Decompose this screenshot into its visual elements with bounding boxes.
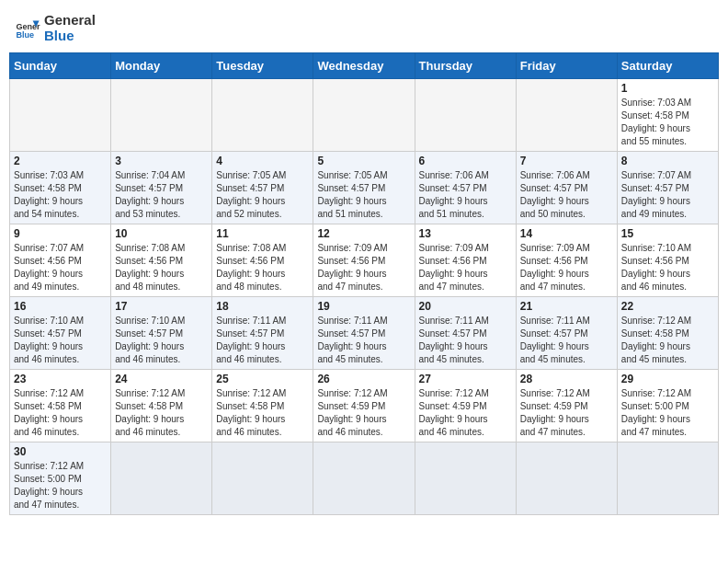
weekday-header-thursday: Thursday [415, 53, 516, 79]
day-sun-info: Sunrise: 7:10 AM Sunset: 4:57 PM Dayligh… [14, 315, 107, 366]
day-number: 13 [419, 227, 512, 240]
day-number: 15 [621, 227, 714, 240]
day-number: 3 [115, 155, 208, 167]
day-sun-info: Sunrise: 7:10 AM Sunset: 4:56 PM Dayligh… [621, 242, 714, 293]
calendar-cell: 5Sunrise: 7:05 AM Sunset: 4:57 PM Daylig… [313, 152, 415, 224]
calendar-cell: 16Sunrise: 7:10 AM Sunset: 4:57 PM Dayli… [10, 297, 111, 370]
calendar-cell: 11Sunrise: 7:08 AM Sunset: 4:56 PM Dayli… [212, 224, 313, 297]
calendar-week-row: 2Sunrise: 7:03 AM Sunset: 4:58 PM Daylig… [10, 152, 719, 224]
day-number: 26 [317, 373, 410, 385]
day-number: 30 [14, 445, 107, 458]
weekday-header-tuesday: Tuesday [212, 53, 313, 79]
calendar-cell: 13Sunrise: 7:09 AM Sunset: 4:56 PM Dayli… [415, 224, 516, 297]
day-sun-info: Sunrise: 7:12 AM Sunset: 4:58 PM Dayligh… [115, 387, 208, 439]
day-sun-info: Sunrise: 7:11 AM Sunset: 4:57 PM Dayligh… [419, 315, 512, 366]
day-number: 2 [14, 155, 107, 167]
calendar-cell [313, 442, 415, 515]
day-number: 17 [115, 300, 208, 313]
day-sun-info: Sunrise: 7:12 AM Sunset: 4:59 PM Dayligh… [317, 387, 410, 439]
day-number: 16 [14, 300, 107, 313]
weekday-header-saturday: Saturday [617, 53, 718, 79]
day-number: 1 [621, 82, 714, 95]
calendar-cell: 21Sunrise: 7:11 AM Sunset: 4:57 PM Dayli… [516, 297, 617, 370]
calendar-cell: 23Sunrise: 7:12 AM Sunset: 4:58 PM Dayli… [10, 370, 111, 442]
day-sun-info: Sunrise: 7:03 AM Sunset: 4:58 PM Dayligh… [621, 97, 714, 148]
day-number: 10 [115, 227, 208, 240]
calendar-cell: 1Sunrise: 7:03 AM Sunset: 4:58 PM Daylig… [617, 79, 718, 152]
weekday-header-wednesday: Wednesday [313, 53, 415, 79]
day-sun-info: Sunrise: 7:06 AM Sunset: 4:57 PM Dayligh… [520, 169, 613, 221]
header: General Blue General Blue [9, 9, 719, 47]
weekday-header-sunday: Sunday [10, 53, 111, 79]
calendar-cell [212, 442, 313, 515]
calendar-cell [516, 442, 617, 515]
day-sun-info: Sunrise: 7:03 AM Sunset: 4:58 PM Dayligh… [14, 169, 107, 221]
calendar-cell [415, 79, 516, 152]
day-number: 24 [115, 373, 208, 385]
logo: General Blue General Blue [15, 13, 96, 43]
calendar-cell [111, 79, 212, 152]
day-sun-info: Sunrise: 7:08 AM Sunset: 4:56 PM Dayligh… [115, 242, 208, 293]
calendar-cell: 2Sunrise: 7:03 AM Sunset: 4:58 PM Daylig… [10, 152, 111, 224]
day-number: 9 [14, 227, 107, 240]
day-number: 23 [14, 373, 107, 385]
calendar-table: SundayMondayTuesdayWednesdayThursdayFrid… [9, 52, 719, 515]
day-number: 29 [621, 373, 714, 385]
day-sun-info: Sunrise: 7:10 AM Sunset: 4:57 PM Dayligh… [115, 315, 208, 366]
weekday-header-monday: Monday [111, 53, 212, 79]
calendar-cell [111, 442, 212, 515]
calendar-cell: 14Sunrise: 7:09 AM Sunset: 4:56 PM Dayli… [516, 224, 617, 297]
day-sun-info: Sunrise: 7:07 AM Sunset: 4:57 PM Dayligh… [621, 169, 714, 221]
calendar-cell: 17Sunrise: 7:10 AM Sunset: 4:57 PM Dayli… [111, 297, 212, 370]
day-number: 7 [520, 155, 613, 167]
calendar-cell: 27Sunrise: 7:12 AM Sunset: 4:59 PM Dayli… [415, 370, 516, 442]
calendar-week-row: 1Sunrise: 7:03 AM Sunset: 4:58 PM Daylig… [10, 79, 719, 152]
day-number: 21 [520, 300, 613, 313]
calendar-cell [516, 79, 617, 152]
calendar-cell [313, 79, 415, 152]
calendar-cell: 4Sunrise: 7:05 AM Sunset: 4:57 PM Daylig… [212, 152, 313, 224]
logo-general-text: General [44, 13, 96, 29]
day-sun-info: Sunrise: 7:11 AM Sunset: 4:57 PM Dayligh… [317, 315, 410, 366]
calendar-cell: 6Sunrise: 7:06 AM Sunset: 4:57 PM Daylig… [415, 152, 516, 224]
calendar-cell [415, 442, 516, 515]
calendar-cell: 24Sunrise: 7:12 AM Sunset: 4:58 PM Dayli… [111, 370, 212, 442]
generalblue-logo-icon: General Blue [15, 16, 40, 41]
day-sun-info: Sunrise: 7:11 AM Sunset: 4:57 PM Dayligh… [216, 315, 309, 366]
day-number: 27 [419, 373, 512, 385]
day-number: 14 [520, 227, 613, 240]
calendar-cell: 28Sunrise: 7:12 AM Sunset: 4:59 PM Dayli… [516, 370, 617, 442]
weekday-header-friday: Friday [516, 53, 617, 79]
day-number: 11 [216, 227, 309, 240]
day-number: 12 [317, 227, 410, 240]
day-number: 6 [419, 155, 512, 167]
day-sun-info: Sunrise: 7:12 AM Sunset: 5:00 PM Dayligh… [621, 387, 714, 439]
calendar-week-row: 9Sunrise: 7:07 AM Sunset: 4:56 PM Daylig… [10, 224, 719, 297]
calendar-cell: 8Sunrise: 7:07 AM Sunset: 4:57 PM Daylig… [617, 152, 718, 224]
calendar-week-row: 23Sunrise: 7:12 AM Sunset: 4:58 PM Dayli… [10, 370, 719, 442]
calendar-cell: 25Sunrise: 7:12 AM Sunset: 4:58 PM Dayli… [212, 370, 313, 442]
calendar-week-row: 16Sunrise: 7:10 AM Sunset: 4:57 PM Dayli… [10, 297, 719, 370]
day-sun-info: Sunrise: 7:05 AM Sunset: 4:57 PM Dayligh… [216, 169, 309, 221]
calendar-cell: 26Sunrise: 7:12 AM Sunset: 4:59 PM Dayli… [313, 370, 415, 442]
day-number: 25 [216, 373, 309, 385]
day-sun-info: Sunrise: 7:04 AM Sunset: 4:57 PM Dayligh… [115, 169, 208, 221]
calendar-cell: 3Sunrise: 7:04 AM Sunset: 4:57 PM Daylig… [111, 152, 212, 224]
calendar-cell [212, 79, 313, 152]
day-sun-info: Sunrise: 7:12 AM Sunset: 4:59 PM Dayligh… [419, 387, 512, 439]
calendar-cell: 18Sunrise: 7:11 AM Sunset: 4:57 PM Dayli… [212, 297, 313, 370]
day-sun-info: Sunrise: 7:08 AM Sunset: 4:56 PM Dayligh… [216, 242, 309, 293]
logo-blue-text: Blue [44, 29, 96, 44]
day-sun-info: Sunrise: 7:12 AM Sunset: 4:58 PM Dayligh… [14, 387, 107, 439]
calendar-cell: 19Sunrise: 7:11 AM Sunset: 4:57 PM Dayli… [313, 297, 415, 370]
svg-text:Blue: Blue [16, 29, 34, 39]
weekday-header-row: SundayMondayTuesdayWednesdayThursdayFrid… [10, 53, 719, 79]
day-number: 8 [621, 155, 714, 167]
calendar-cell: 15Sunrise: 7:10 AM Sunset: 4:56 PM Dayli… [617, 224, 718, 297]
day-number: 18 [216, 300, 309, 313]
calendar-cell: 20Sunrise: 7:11 AM Sunset: 4:57 PM Dayli… [415, 297, 516, 370]
calendar-cell: 7Sunrise: 7:06 AM Sunset: 4:57 PM Daylig… [516, 152, 617, 224]
day-number: 19 [317, 300, 410, 313]
day-sun-info: Sunrise: 7:11 AM Sunset: 4:57 PM Dayligh… [520, 315, 613, 366]
calendar-cell: 9Sunrise: 7:07 AM Sunset: 4:56 PM Daylig… [10, 224, 111, 297]
